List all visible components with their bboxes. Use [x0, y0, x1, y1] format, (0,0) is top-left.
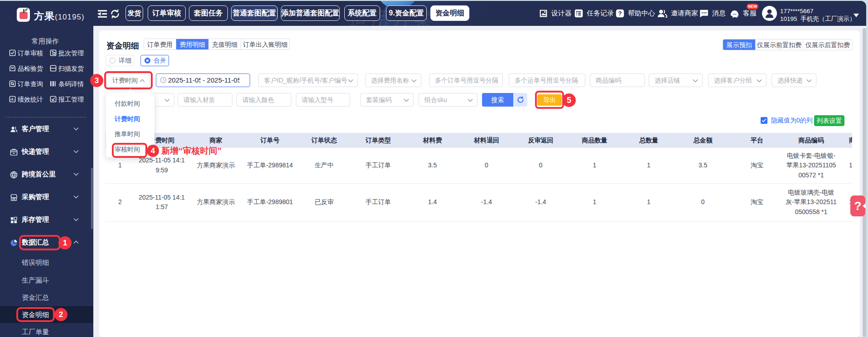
svg-text:?: ? [618, 10, 622, 17]
